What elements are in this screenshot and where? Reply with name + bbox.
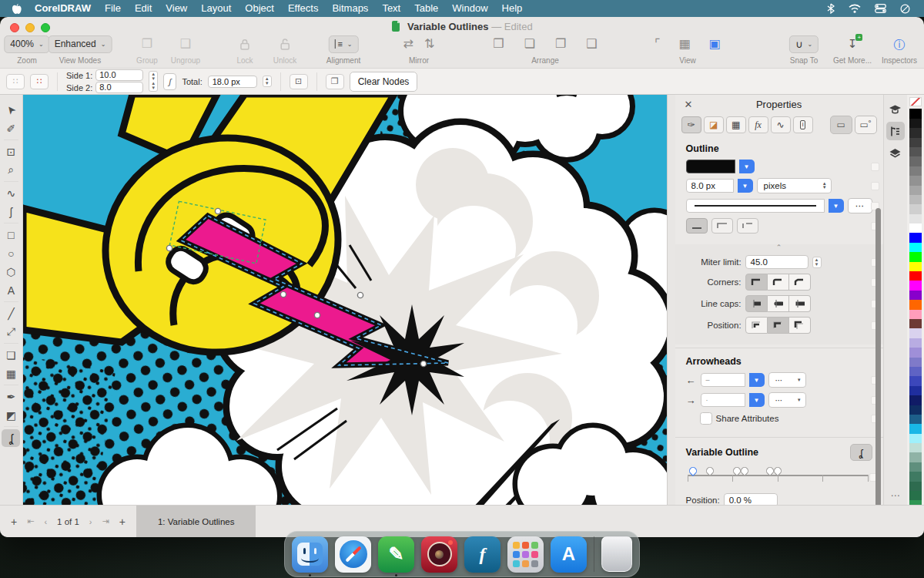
next-page-icon[interactable]: › (89, 517, 92, 526)
menu-window[interactable]: Window (445, 2, 494, 14)
arrow-start-dropdown[interactable]: ▼ (749, 373, 765, 387)
outline-width-dropdown[interactable]: ▼ (738, 179, 753, 193)
transparency-tool[interactable]: ❏ (2, 346, 20, 364)
rectangle-tool[interactable]: □ (2, 226, 20, 244)
color-swatch[interactable] (909, 214, 922, 223)
miter-input[interactable]: 45.0 (745, 255, 808, 269)
back-one-icon[interactable]: ❑ (586, 38, 597, 50)
dimension-tool[interactable]: ⤢ (2, 323, 20, 341)
color-swatch[interactable] (909, 186, 922, 195)
color-swatch[interactable] (909, 243, 922, 252)
menu-coreldraw[interactable]: CorelDRAW (28, 2, 98, 14)
anchor-options-icon[interactable]: ⊡ (290, 74, 308, 89)
line-style-behind-button[interactable] (711, 218, 733, 234)
inspectors-button[interactable]: ⓘ Inspectors (882, 34, 917, 65)
side1-input[interactable]: 10.0 (95, 69, 143, 81)
side2-input[interactable]: 8.0 (95, 82, 143, 93)
outline-color-swatch[interactable] (686, 160, 735, 173)
menu-text[interactable]: Text (375, 2, 407, 14)
zoom-tool[interactable]: ⌕ (2, 161, 20, 179)
color-swatch[interactable] (909, 472, 922, 481)
color-swatch[interactable] (909, 443, 922, 452)
variable-outline-tool-button[interactable]: ʆ (850, 444, 872, 461)
drawing-canvas[interactable] (23, 94, 667, 523)
add-page-button[interactable]: + (119, 516, 126, 528)
clock-icon[interactable] (900, 4, 910, 14)
objects-inspector-icon[interactable] (886, 143, 905, 162)
page-border-icon[interactable]: ▣ (709, 38, 721, 50)
copy-properties-icon[interactable]: ❐ (326, 74, 344, 89)
color-swatch[interactable] (909, 395, 922, 405)
dock-finder[interactable] (292, 536, 328, 573)
bluetooth-icon[interactable] (827, 3, 835, 14)
color-swatch[interactable] (909, 319, 922, 328)
dock-safari[interactable] (335, 536, 371, 573)
color-swatch[interactable] (909, 176, 922, 185)
group-button[interactable]: ❐ Group (136, 34, 158, 65)
color-swatch[interactable] (909, 462, 922, 472)
crop-tool[interactable]: ⊡ (2, 143, 20, 160)
color-swatch[interactable] (909, 138, 922, 147)
units-dropdown[interactable]: pixels▲▼ (757, 178, 832, 193)
eyedropper-tool[interactable]: ✒ (2, 388, 20, 405)
add-page-left-button[interactable]: + (11, 516, 17, 528)
panel-close-icon[interactable]: ✕ (685, 99, 693, 110)
ellipse-tool[interactable]: ○ (2, 244, 20, 262)
mesh-fill-tool[interactable]: ▦ (2, 365, 20, 382)
frame-mode-button[interactable]: ▭ (830, 116, 852, 134)
color-swatch[interactable] (909, 386, 922, 395)
total-input[interactable]: 18.0 px (208, 76, 257, 88)
line-style-default-button[interactable] (686, 218, 708, 234)
text-tool[interactable]: A (2, 281, 20, 299)
tab-curve[interactable]: ∿ (771, 116, 791, 133)
color-swatch[interactable] (909, 452, 922, 462)
pick-tool[interactable]: ➤ (2, 101, 20, 119)
cap-round-button[interactable] (768, 295, 789, 312)
menu-bitmaps[interactable]: Bitmaps (325, 2, 375, 14)
previous-page-icon[interactable]: ‹ (44, 517, 47, 526)
color-swatch[interactable] (909, 348, 922, 357)
freehand-tool[interactable]: ∿ (2, 184, 20, 202)
line-style-scale-button[interactable] (737, 218, 758, 234)
dock-photo-paint[interactable] (421, 536, 457, 573)
position-outside-button[interactable] (789, 317, 811, 334)
color-swatch[interactable] (909, 367, 922, 376)
arrow-start-options[interactable]: ⋯▼ (768, 372, 806, 388)
view-modes-dropdown[interactable]: Enhanced⌄ (49, 35, 112, 53)
sides-stepper[interactable]: ▲▼▲▼ (149, 71, 158, 92)
corner-miter-button[interactable] (745, 274, 768, 291)
dock-app-store[interactable]: A (551, 536, 587, 573)
arrow-end-options[interactable]: ⋯▼ (768, 392, 806, 408)
color-swatch[interactable] (909, 358, 922, 367)
color-swatch[interactable] (909, 204, 922, 213)
dock-launchpad[interactable] (507, 536, 544, 573)
rulers-icon[interactable]: ⌜ (654, 38, 661, 50)
corner-round-button[interactable] (768, 274, 789, 291)
line-tool[interactable]: ╱ (2, 304, 20, 322)
link-sides-button[interactable]: ʃ (163, 73, 176, 90)
properties-inspector-icon[interactable] (886, 122, 905, 140)
collapse-chevron-icon[interactable]: ⌃ (675, 244, 883, 250)
color-swatch[interactable] (909, 166, 922, 176)
tab-effects[interactable]: fx (748, 116, 768, 133)
dock-trash[interactable] (601, 536, 632, 572)
clear-nodes-button[interactable]: Clear Nodes (350, 72, 418, 92)
tab-outline-pen[interactable]: ✑ (681, 116, 701, 133)
color-swatch[interactable] (909, 119, 922, 128)
cap-square-button[interactable] (789, 295, 811, 312)
forward-one-icon[interactable]: ❐ (555, 38, 566, 50)
miter-stepper[interactable]: ▲▼ (812, 257, 822, 268)
cap-butt-button[interactable] (745, 295, 768, 312)
color-swatch[interactable] (909, 271, 922, 281)
tab-pattern[interactable]: ▦ (726, 116, 746, 133)
menu-table[interactable]: Table (407, 2, 445, 14)
grid-icon[interactable]: ▦ (679, 38, 691, 50)
color-swatch[interactable] (909, 223, 922, 233)
color-swatch[interactable] (909, 338, 922, 348)
shape-tool[interactable]: ✐ (2, 119, 20, 137)
variable-outline-tool[interactable]: ʆ (2, 429, 20, 447)
page-tab[interactable]: 1: Variable Outlines (136, 506, 256, 537)
color-swatch[interactable] (909, 491, 922, 500)
add-width-node-icon[interactable]: ∷ (6, 74, 25, 89)
alignment-dropdown[interactable]: ≡⌄ (328, 35, 358, 53)
